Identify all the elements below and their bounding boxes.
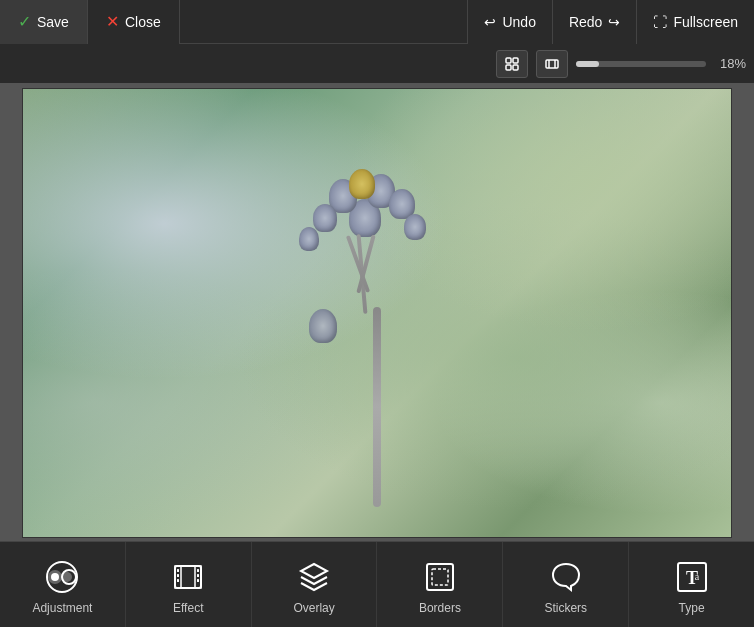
overlay-tool[interactable]: Overlay [252,542,378,627]
undo-label: Undo [502,14,535,30]
borders-tool[interactable]: Borders [377,542,503,627]
photo-container [22,88,732,538]
adjustment-label: Adjustment [32,601,92,615]
svg-rect-23 [427,564,453,590]
svg-rect-24 [432,569,448,585]
overlay-label: Overlay [293,601,334,615]
flower-cluster [289,169,449,369]
flower-bud-small [309,309,337,343]
svg-rect-17 [177,574,179,577]
svg-rect-20 [197,574,199,577]
secondary-toolbar: 18% [0,44,754,84]
stickers-label: Stickers [544,601,587,615]
toolbar-right: ↩ Undo Redo ↪ ⛶ Fullscreen [467,0,754,44]
undo-button[interactable]: ↩ Undo [467,0,551,44]
zoom-fill [576,61,599,67]
save-button[interactable]: ✓ Save [0,0,88,44]
zoom-bar-container: 18% [576,56,746,71]
svg-rect-16 [177,569,179,572]
zoom-percent-label: 18% [714,56,746,71]
svg-point-12 [51,573,59,581]
svg-marker-22 [301,564,327,578]
svg-rect-21 [197,579,199,582]
flower-bud [313,204,337,232]
bottom-panel: Adjustment Effect [0,541,754,627]
overlay-icon [296,559,332,595]
type-icon: T a [674,559,710,595]
svg-rect-19 [197,569,199,572]
svg-rect-3 [513,65,518,70]
type-label: Type [679,601,705,615]
flower-bud [299,227,319,251]
svg-text:a: a [694,571,699,582]
svg-rect-0 [506,58,511,63]
svg-rect-1 [513,58,518,63]
flower-bud [404,214,426,240]
close-button[interactable]: ✕ Close [88,0,180,44]
save-label: Save [37,14,69,30]
toolbar-left: ✓ Save ✕ Close [0,0,180,44]
undo-arrow-icon: ↩ [484,14,496,30]
fullscreen-icon: ⛶ [653,14,667,30]
svg-rect-4 [546,60,558,68]
redo-button[interactable]: Redo ↪ [552,0,636,44]
svg-rect-18 [177,579,179,582]
canvas-area [0,84,754,541]
top-toolbar: ✓ Save ✕ Close ↩ Undo Redo ↪ ⛶ Fullscree… [0,0,754,44]
stickers-icon [548,559,584,595]
photo-background [23,89,731,537]
borders-label: Borders [419,601,461,615]
redo-arrow-icon: ↪ [608,14,620,30]
effect-tool[interactable]: Effect [126,542,252,627]
adjustment-icon [44,559,80,595]
fullscreen-button[interactable]: ⛶ Fullscreen [636,0,754,44]
effect-icon [170,559,206,595]
zoom-track[interactable] [576,61,706,67]
redo-label: Redo [569,14,602,30]
close-label: Close [125,14,161,30]
checkmark-icon: ✓ [18,12,31,31]
fit-to-screen-button[interactable] [496,50,528,78]
effect-label: Effect [173,601,203,615]
type-tool[interactable]: T a Type [629,542,754,627]
stickers-tool[interactable]: Stickers [503,542,629,627]
borders-icon [422,559,458,595]
svg-rect-2 [506,65,511,70]
fullscreen-label: Fullscreen [673,14,738,30]
adjustment-tool[interactable]: Adjustment [0,542,126,627]
flower-bud-yellow [349,169,375,199]
actual-size-button[interactable] [536,50,568,78]
close-icon: ✕ [106,12,119,31]
